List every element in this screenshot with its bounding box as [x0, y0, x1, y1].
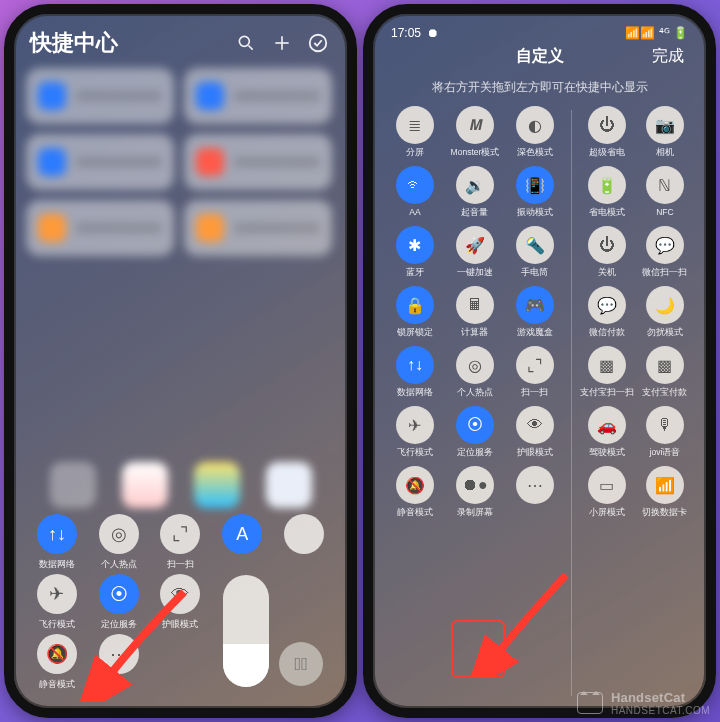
status-signal-icon: 📶📶 ⁴ᴳ 🔋: [625, 26, 688, 40]
toggle-label: 定位服务: [457, 447, 493, 457]
tile[interactable]: [26, 200, 174, 256]
toggle-icon: 🚗: [588, 406, 626, 444]
toggle-label: 深色模式: [517, 147, 553, 157]
active-toggle-item[interactable]: 📳振动模式: [505, 166, 565, 217]
available-toggle-item[interactable]: 🌙勿扰模式: [636, 286, 694, 337]
toggle-label: 相机: [656, 147, 674, 157]
available-toggle-item[interactable]: ⏻关机: [578, 226, 636, 277]
phone-right: 17:05 ⏺ 📶📶 ⁴ᴳ 🔋 自定义 完成 将右方开关拖到左方即可在快捷中心显…: [363, 4, 716, 718]
toggle-icon: ℕ: [646, 166, 684, 204]
toggle-icon: 👁: [516, 406, 554, 444]
toggle-icon: ⏺●: [456, 466, 494, 504]
toggle-icon: 🔋: [588, 166, 626, 204]
brightness-slider[interactable]: ☀: [223, 575, 269, 687]
mute-toggle[interactable]: 🕨⃠: [279, 642, 323, 686]
qs-blank[interactable]: [273, 514, 335, 568]
phone-left: 快捷中心: [4, 4, 357, 718]
active-toggle-item[interactable]: 🖩计算器: [445, 286, 505, 337]
watermark-url: HANDSETCAT.COM: [611, 705, 710, 716]
active-toggle-item[interactable]: 🔉起音量: [445, 166, 505, 217]
customize-title: 自定义: [393, 46, 686, 67]
active-toggle-item[interactable]: 🔕静音模式: [385, 466, 445, 517]
done-button[interactable]: 完成: [652, 46, 684, 67]
qs-location[interactable]: ⦿定位服务: [88, 574, 150, 628]
mute-icon: 🕨⃠: [295, 654, 308, 675]
toggle-label: 驾驶模式: [589, 447, 625, 457]
active-toggle-item[interactable]: ⦿定位服务: [445, 406, 505, 457]
tile[interactable]: [184, 68, 332, 124]
active-toggle-item[interactable]: ◐深色模式: [505, 106, 565, 157]
active-toggle-item[interactable]: ✈飞行模式: [385, 406, 445, 457]
active-toggle-item[interactable]: ≣分屏: [385, 106, 445, 157]
tile[interactable]: [26, 68, 174, 124]
toggle-icon: ✈: [396, 406, 434, 444]
active-toggle-item[interactable]: 🔒锁屏锁定: [385, 286, 445, 337]
qs-airplane[interactable]: ✈飞行模式: [26, 574, 88, 628]
active-toggle-item[interactable]: ⏺●录制屏幕: [445, 466, 505, 517]
tile[interactable]: [184, 200, 332, 256]
dock-app[interactable]: [194, 462, 240, 508]
toggle-icon: ⏻: [588, 226, 626, 264]
svg-point-4: [310, 35, 327, 52]
active-toggle-item[interactable]: ⋯: [505, 466, 565, 517]
active-toggle-item[interactable]: ⌞⌝扫一扫: [505, 346, 565, 397]
tile[interactable]: [184, 134, 332, 190]
toggle-icon: 🔉: [456, 166, 494, 204]
toggle-icon: 📳: [516, 166, 554, 204]
available-toggle-item[interactable]: 🎙jovi语音: [636, 406, 694, 457]
toggle-label: 录制屏幕: [457, 507, 493, 517]
dock-app[interactable]: [266, 462, 312, 508]
active-toggles-grid: ≣分屏𝙈Monster模式◐深色模式ᯤAA🔉起音量📳振动模式✱蓝牙🚀一键加速🔦手…: [385, 106, 565, 517]
check-circle-icon[interactable]: [305, 30, 331, 56]
available-toggle-item[interactable]: ▩支付宝付款: [636, 346, 694, 397]
toggle-icon: 🚀: [456, 226, 494, 264]
dock-app[interactable]: [50, 462, 96, 508]
toggle-label: 一键加速: [457, 267, 493, 277]
active-toggle-item[interactable]: 🎮游戏魔盒: [505, 286, 565, 337]
toggle-icon: 🔦: [516, 226, 554, 264]
toggle-icon: ▩: [588, 346, 626, 384]
search-icon[interactable]: [233, 30, 259, 56]
toggle-label: 省电模式: [589, 207, 625, 217]
toggle-label: jovi语音: [650, 447, 681, 457]
available-toggle-item[interactable]: ℕNFC: [636, 166, 694, 217]
available-toggle-item[interactable]: 🚗驾驶模式: [578, 406, 636, 457]
quick-settings-grid: ↑↓数据网络 ◎个人热点 ⌞⌝扫一扫 A ✈飞行模式 ⦿定位服务 👁护眼模式 ☀…: [14, 514, 347, 708]
active-toggle-item[interactable]: ◎个人热点: [445, 346, 505, 397]
toggle-label: 分屏: [406, 147, 424, 157]
available-toggle-item[interactable]: ⏻超级省电: [578, 106, 636, 157]
toggle-label: 计算器: [461, 327, 488, 337]
available-toggle-item[interactable]: 💬微信扫一扫: [636, 226, 694, 277]
active-toggle-item[interactable]: ᯤAA: [385, 166, 445, 217]
qs-more[interactable]: ⋯: [88, 634, 150, 688]
active-toggle-item[interactable]: ↑↓数据网络: [385, 346, 445, 397]
available-toggle-item[interactable]: 🔋省电模式: [578, 166, 636, 217]
quick-tiles: [26, 68, 335, 256]
plus-icon[interactable]: [269, 30, 295, 56]
qs-scan[interactable]: ⌞⌝扫一扫: [150, 514, 212, 568]
dock-app[interactable]: [122, 462, 168, 508]
toggle-label: 游戏魔盒: [517, 327, 553, 337]
toggle-label: Monster模式: [451, 147, 500, 157]
qs-data-network[interactable]: ↑↓数据网络: [26, 514, 88, 568]
qs-eyecare[interactable]: 👁护眼模式: [150, 574, 212, 628]
qs-silent[interactable]: 🔕静音模式: [26, 634, 88, 688]
active-toggle-item[interactable]: 🚀一键加速: [445, 226, 505, 277]
watermark: HandsetCat HANDSETCAT.COM: [577, 690, 710, 716]
qs-auto[interactable]: A: [211, 514, 273, 568]
status-bar: 17:05 ⏺ 📶📶 ⁴ᴳ 🔋: [385, 24, 694, 44]
qs-hotspot[interactable]: ◎个人热点: [88, 514, 150, 568]
tile[interactable]: [26, 134, 174, 190]
available-toggle-item[interactable]: 📷相机: [636, 106, 694, 157]
available-toggle-item[interactable]: ▭小屏模式: [578, 466, 636, 517]
active-toggle-item[interactable]: 🔦手电筒: [505, 226, 565, 277]
active-toggle-item[interactable]: 𝙈Monster模式: [445, 106, 505, 157]
toggle-icon: 📶: [646, 466, 684, 504]
available-toggle-item[interactable]: 📶切换数据卡: [636, 466, 694, 517]
available-toggle-item[interactable]: 💬微信付款: [578, 286, 636, 337]
toggle-icon: ⋯: [516, 466, 554, 504]
active-toggle-item[interactable]: ✱蓝牙: [385, 226, 445, 277]
available-toggle-item[interactable]: ▩支付宝扫一扫: [578, 346, 636, 397]
active-toggle-item[interactable]: 👁护眼模式: [505, 406, 565, 457]
status-record-icon: ⏺: [427, 26, 439, 40]
